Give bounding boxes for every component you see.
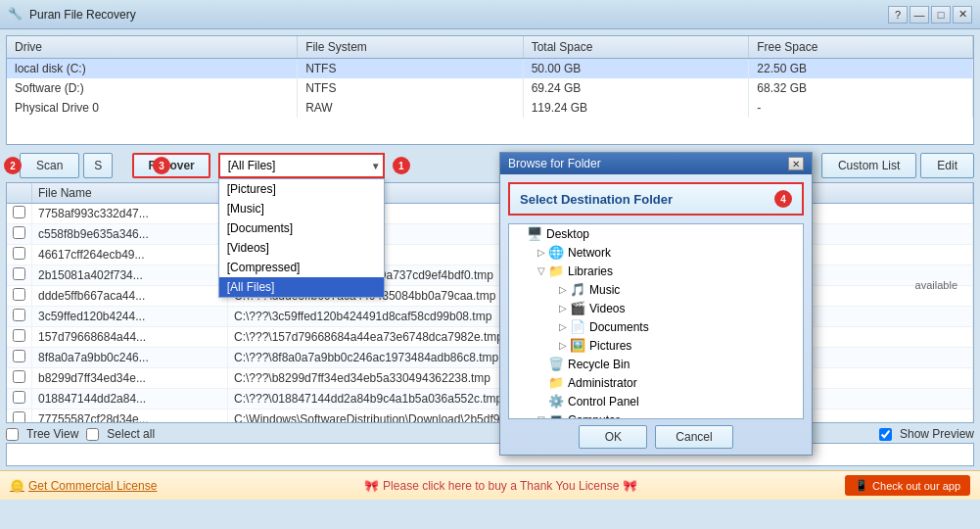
tree-label: Music bbox=[589, 283, 620, 297]
tree-item-administrator[interactable]: 📁 Administrator bbox=[531, 373, 803, 392]
dialog-overlay: Browse for Folder ✕ Select Destination F… bbox=[0, 0, 980, 500]
tree-item-documents[interactable]: ▷ 📄 Documents bbox=[552, 317, 803, 336]
tree-label: Videos bbox=[589, 302, 625, 315]
folder-tree[interactable]: 🖥️ Desktop ▷ 🌐 Network ▽ 📁 Libraries bbox=[508, 223, 804, 419]
select-destination-label: Select Destination Folder bbox=[520, 192, 673, 207]
ok-button[interactable]: OK bbox=[579, 425, 647, 449]
dialog-close-button[interactable]: ✕ bbox=[788, 157, 804, 170]
tree-label: Desktop bbox=[546, 227, 589, 241]
pictures-icon: 🖼️ bbox=[570, 338, 585, 353]
tree-toggle: ▽ bbox=[535, 265, 548, 276]
administrator-icon: 📁 bbox=[548, 375, 564, 390]
dialog-footer: OK Cancel bbox=[500, 419, 812, 455]
tree-item-libraries[interactable]: ▽ 📁 Libraries bbox=[531, 262, 803, 280]
desktop-icon: 🖥️ bbox=[527, 226, 542, 241]
tree-item-music[interactable]: ▷ 🎵 Music bbox=[552, 280, 803, 299]
tree-item-desktop[interactable]: 🖥️ Desktop bbox=[509, 224, 803, 243]
dialog-title: Browse for Folder bbox=[508, 157, 601, 170]
tree-label: Network bbox=[568, 246, 611, 260]
tree-item-computer[interactable]: ▽ 💻 Computer bbox=[531, 410, 803, 419]
tree-label: Administrator bbox=[568, 376, 637, 390]
browse-folder-dialog: Browse for Folder ✕ Select Destination F… bbox=[499, 152, 813, 456]
tree-toggle: ▷ bbox=[556, 321, 570, 332]
tree-item-network[interactable]: ▷ 🌐 Network bbox=[531, 243, 803, 262]
tree-label: Libraries bbox=[568, 264, 613, 278]
tree-item-controlpanel[interactable]: ⚙️ Control Panel bbox=[531, 392, 803, 410]
tree-toggle: ▷ bbox=[535, 247, 548, 258]
cancel-button[interactable]: Cancel bbox=[655, 425, 732, 449]
tree-toggle: ▷ bbox=[556, 303, 570, 313]
tree-item-videos[interactable]: ▷ 🎬 Videos bbox=[552, 299, 803, 317]
tree-toggle: ▷ bbox=[556, 284, 570, 295]
tree-label: Recycle Bin bbox=[568, 358, 630, 371]
tree-item-pictures[interactable]: ▷ 🖼️ Pictures bbox=[552, 336, 803, 355]
libraries-icon: 📁 bbox=[548, 264, 564, 278]
documents-icon: 📄 bbox=[570, 319, 585, 334]
computer-icon: 💻 bbox=[548, 412, 564, 419]
badge-4: 4 bbox=[774, 190, 792, 208]
tree-toggle: ▷ bbox=[556, 340, 570, 351]
network-icon: 🌐 bbox=[548, 245, 564, 260]
tree-label: Documents bbox=[589, 320, 649, 334]
music-icon: 🎵 bbox=[570, 282, 585, 297]
recycle-icon: 🗑️ bbox=[548, 357, 564, 371]
tree-item-recycle[interactable]: 🗑️ Recycle Bin bbox=[531, 355, 803, 373]
dialog-titlebar: Browse for Folder ✕ bbox=[500, 153, 812, 174]
tree-label: Pictures bbox=[589, 339, 631, 353]
dialog-header: Select Destination Folder 4 bbox=[508, 182, 804, 216]
videos-icon: 🎬 bbox=[570, 301, 585, 315]
tree-label: Control Panel bbox=[568, 395, 639, 409]
controlpanel-icon: ⚙️ bbox=[548, 394, 564, 409]
